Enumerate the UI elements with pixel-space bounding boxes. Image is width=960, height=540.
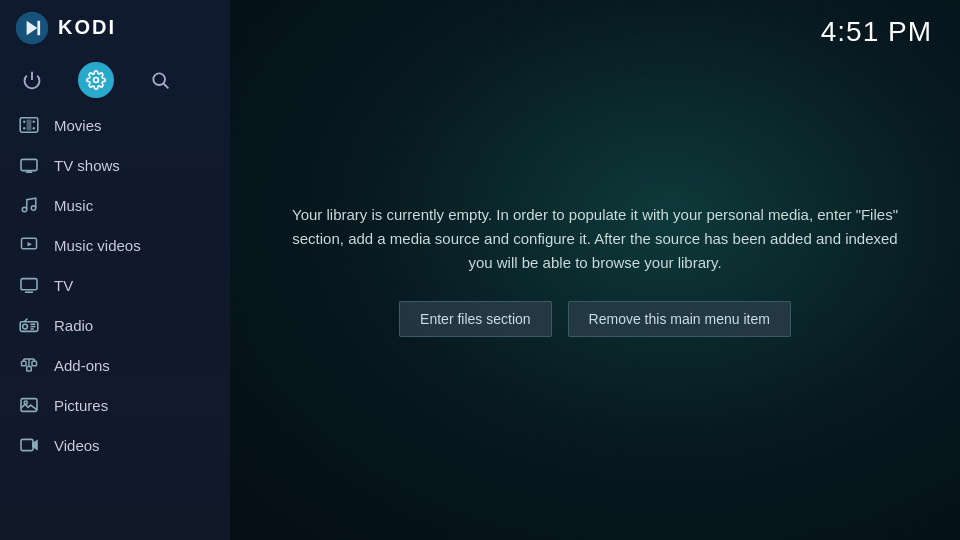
svg-point-8 [23,121,25,123]
svg-rect-28 [22,361,27,366]
sidebar-item-movies[interactable]: Movies [0,105,230,145]
search-button[interactable] [142,62,178,98]
sidebar-item-tv-shows[interactable]: TV shows [0,145,230,185]
library-empty-message: Your library is currently empty. In orde… [290,203,900,275]
sidebar-item-tv[interactable]: TV [0,265,230,305]
radio-icon [18,314,40,336]
top-icon-bar [0,55,230,105]
svg-point-16 [22,207,27,212]
svg-rect-30 [27,367,32,372]
sidebar-item-pictures[interactable]: Pictures [0,385,230,425]
music-videos-icon [18,234,40,256]
app-title: KODI [58,16,116,39]
settings-button[interactable] [78,62,114,98]
svg-line-6 [164,84,169,89]
nav-list: Movies TV shows Music Music videos TV [0,105,230,540]
sidebar-item-add-ons[interactable]: Add-ons [0,345,230,385]
svg-point-9 [23,127,25,129]
sidebar-label-radio: Radio [54,317,93,334]
library-message-area: Your library is currently empty. In orde… [230,0,960,540]
svg-point-23 [23,324,28,329]
svg-rect-12 [27,119,32,130]
sidebar-label-tv: TV [54,277,73,294]
sidebar-item-music[interactable]: Music [0,185,230,225]
svg-point-11 [33,127,35,129]
enter-files-button[interactable]: Enter files section [399,301,552,337]
sidebar-item-radio[interactable]: Radio [0,305,230,345]
svg-point-4 [94,78,99,83]
sidebar-label-pictures: Pictures [54,397,108,414]
svg-marker-19 [28,242,33,247]
clock-display: 4:51 PM [821,16,932,48]
svg-rect-38 [21,439,33,450]
svg-rect-13 [21,159,37,170]
svg-marker-39 [33,441,37,449]
sidebar-item-videos[interactable]: Videos [0,425,230,465]
sidebar-item-music-videos[interactable]: Music videos [0,225,230,265]
svg-rect-2 [37,20,40,34]
svg-point-10 [33,121,35,123]
pictures-icon [18,394,40,416]
sidebar-label-videos: Videos [54,437,100,454]
sidebar-label-music-videos: Music videos [54,237,141,254]
music-icon [18,194,40,216]
sidebar: KODI Movie [0,0,230,540]
tv-icon [18,274,40,296]
app-header: KODI [0,0,230,55]
sidebar-label-movies: Movies [54,117,102,134]
svg-point-17 [31,206,36,211]
sidebar-label-add-ons: Add-ons [54,357,110,374]
add-ons-icon [18,354,40,376]
videos-icon [18,434,40,456]
sidebar-label-tv-shows: TV shows [54,157,120,174]
movies-icon [18,114,40,136]
power-button[interactable] [14,62,50,98]
sidebar-label-music: Music [54,197,93,214]
kodi-logo-icon [14,10,50,46]
tv-shows-icon [18,154,40,176]
remove-menu-item-button[interactable]: Remove this main menu item [568,301,791,337]
svg-rect-20 [21,279,37,290]
svg-rect-29 [32,361,37,366]
main-content: 4:51 PM Your library is currently empty.… [230,0,960,540]
svg-point-5 [153,73,165,85]
action-buttons: Enter files section Remove this main men… [399,301,791,337]
